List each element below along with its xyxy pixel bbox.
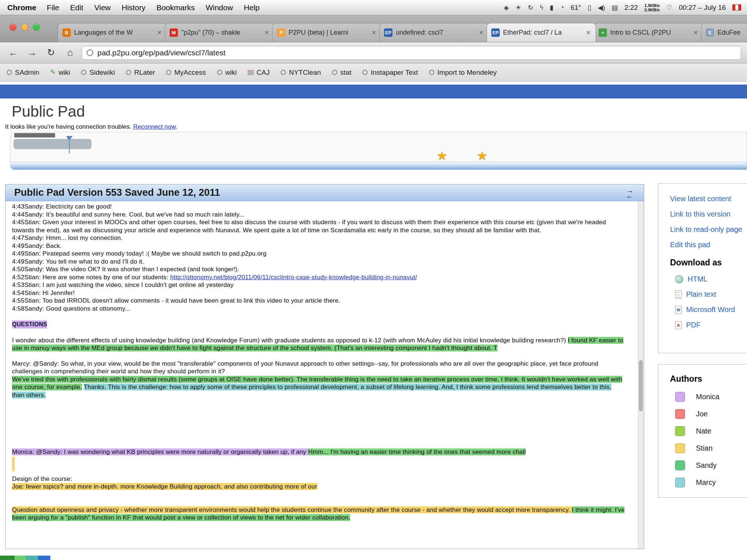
battery-time[interactable]: 2:22: [624, 4, 638, 12]
menu-edit[interactable]: Edit: [65, 3, 89, 12]
sync-icon[interactable]: ◈: [504, 4, 509, 12]
author-row: Monica: [675, 392, 747, 402]
back-button[interactable]: ←: [6, 46, 20, 60]
zoom-window-button[interactable]: [33, 24, 40, 31]
chat-line: 4:50Sandy: Was the video OK? It was shor…: [12, 265, 625, 273]
highlight-green: Hmm... I'm having an easier time thinkin…: [308, 448, 526, 455]
timeslider-handle-line: [69, 140, 70, 153]
bookmark-wiki-1[interactable]: ✎wiki: [50, 69, 70, 77]
word-icon: W: [675, 306, 682, 314]
author-row: Stian: [675, 443, 747, 453]
brightness-icon[interactable]: ☀: [515, 4, 521, 12]
browser-toolbar: ← → ↻ ⌂: [0, 42, 747, 63]
tab-close-icon[interactable]: ×: [264, 28, 270, 37]
bookmark-nytclean[interactable]: NYTClean: [280, 69, 321, 77]
tab-languages[interactable]: B Languages of the W ×: [58, 23, 167, 42]
download-word[interactable]: W Microsoft Word: [675, 306, 747, 314]
network-speed[interactable]: 1.5KB/s 2.0KB/s: [645, 3, 660, 12]
tab-etherpad-cscl7-active[interactable]: EP EtherPad: cscl7 / La ×: [487, 23, 596, 42]
bookmark-sadmin[interactable]: SAdmin: [7, 69, 39, 77]
globe-icon: [280, 70, 286, 75]
menu-window[interactable]: Window: [200, 3, 239, 12]
gauge-icon[interactable]: ▤: [612, 4, 618, 12]
bookmark-myaccess[interactable]: MyAccess: [166, 69, 206, 77]
menubar-clock[interactable]: 00:27 – July 16: [679, 4, 726, 12]
download-pdf[interactable]: A PDF: [675, 321, 747, 329]
ottonomy-link[interactable]: http://ottonomy.net/blog/2011/06/11/cscl…: [170, 274, 417, 281]
tab-close-icon[interactable]: ×: [156, 28, 162, 37]
tab-intro-cscl[interactable]: + Intro to CSCL (P2PU ×: [594, 23, 703, 42]
bookmark-rlater[interactable]: RLater: [126, 69, 155, 77]
pencil-icon: ✎: [50, 70, 56, 75]
url-input[interactable]: [97, 48, 736, 57]
tab-close-icon[interactable]: ×: [371, 28, 377, 37]
pad-scrollbar[interactable]: [638, 201, 644, 549]
update-icon[interactable]: ↻: [528, 4, 533, 12]
edit-this-pad-link[interactable]: Edit this pad: [670, 241, 747, 249]
menu-view[interactable]: View: [89, 3, 116, 12]
download-html[interactable]: HTML: [675, 275, 747, 283]
bookmark-stat[interactable]: stat: [332, 69, 352, 77]
tab-undefined-cscl7[interactable]: EP undefined: cscl7 ×: [379, 23, 489, 42]
app-menu-chrome[interactable]: Chrome: [6, 3, 41, 12]
chat-line: 4:53Stian: I am just watching the video,…: [12, 281, 625, 289]
star-marker-icon[interactable]: ★: [437, 148, 448, 163]
timeslider-track[interactable]: [13, 139, 92, 149]
highlight-purple: Monica: @Sandy: I was wondering what KB …: [12, 448, 308, 455]
menu-history[interactable]: History: [116, 3, 151, 12]
temperature-status[interactable]: 61°: [570, 4, 581, 12]
tab-favicon: +: [599, 28, 607, 37]
design-paragraph: Design of the course: Joe: fewer topics?…: [12, 475, 625, 491]
globe-icon: [7, 70, 12, 75]
plain-text-icon: [675, 291, 682, 299]
tab-favicon: EP: [491, 28, 500, 37]
bookmark-caj[interactable]: CAJ: [248, 69, 270, 77]
timeslider-area: ★ ★: [10, 132, 747, 170]
pad-version-header: Public Pad Version 553 Saved June 12, 20…: [5, 184, 644, 201]
bookmark-sidewiki[interactable]: Sidewiki: [81, 69, 115, 77]
chat-line: 4:49Sandy: Back.: [12, 242, 625, 250]
tab-p2pu-beta[interactable]: P P2PU (beta) | Learni ×: [272, 23, 382, 42]
tab-close-icon[interactable]: ×: [585, 28, 591, 37]
page-icon[interactable]: [86, 49, 93, 56]
swap-view-icon[interactable]: → ←: [626, 187, 635, 198]
close-window-button[interactable]: [9, 24, 16, 31]
chat-line: 4:58Sandy: Good questions at ottonomy...: [12, 305, 625, 313]
battery-icon[interactable]: ▮: [550, 4, 554, 12]
reconnect-link[interactable]: Reconnect now: [133, 123, 175, 130]
globe-icon: [166, 70, 171, 75]
tab-gmail-p2pu[interactable]: M "p2pu" (70) – shakle ×: [165, 23, 274, 42]
menu-file[interactable]: File: [41, 3, 65, 12]
chat-line: 4:47Sandy: Hmm... lost my connection.: [12, 234, 625, 242]
scrollbar-thumb[interactable]: [639, 360, 643, 411]
bookmark-instapaper[interactable]: Instapaper Text: [362, 69, 418, 77]
clock-icon[interactable]: ◔: [560, 4, 564, 11]
author-color-swatch: [675, 478, 685, 487]
view-latest-content-link[interactable]: View latest content: [670, 195, 747, 203]
author-row: Sandy: [675, 460, 747, 470]
link-to-read-only-link[interactable]: Link to read-only page: [670, 225, 747, 234]
author-color-swatch: [675, 443, 685, 453]
volume-icon[interactable]: ◀): [598, 4, 605, 12]
bookmark-wiki-2[interactable]: wiki: [217, 69, 237, 77]
globe-icon: [126, 70, 131, 75]
flag-icon[interactable]: [732, 4, 741, 11]
bookmark-mendeley[interactable]: Import to Mendeley: [429, 69, 497, 77]
forward-button[interactable]: →: [25, 46, 39, 60]
link-to-this-version-link[interactable]: Link to this version: [670, 210, 747, 218]
star-marker-icon[interactable]: ★: [477, 148, 488, 163]
tab-edufeedr[interactable]: E EduFee: [701, 23, 747, 42]
menu-bookmarks[interactable]: Bookmarks: [151, 3, 200, 12]
tab-close-icon[interactable]: ×: [693, 28, 698, 37]
minimize-window-button[interactable]: [21, 24, 28, 31]
download-plain-text[interactable]: Plain text: [675, 290, 747, 299]
heart-icon[interactable]: ♡: [666, 4, 672, 12]
power-icon[interactable]: ϟ: [540, 4, 543, 11]
reload-button[interactable]: ↻: [44, 46, 58, 60]
image-icon: [248, 70, 253, 75]
battery-outline-icon[interactable]: ▯: [588, 4, 591, 12]
home-button[interactable]: ⌂: [63, 46, 77, 60]
address-bar[interactable]: [82, 46, 741, 60]
tab-close-icon[interactable]: ×: [478, 28, 484, 37]
menu-help[interactable]: Help: [239, 3, 265, 12]
